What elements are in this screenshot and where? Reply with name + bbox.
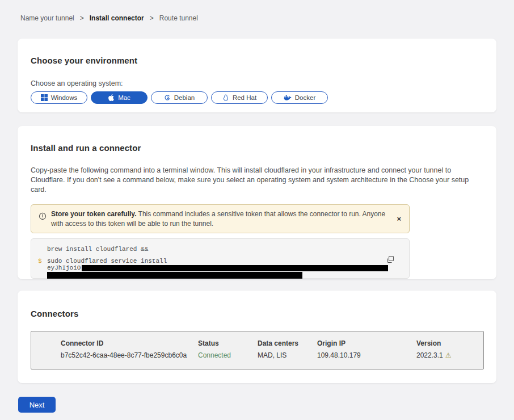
- column-header-connector-id: Connector ID: [61, 339, 198, 347]
- column-header-version: Version: [416, 339, 483, 347]
- token-prefix: eyJhIjoiO: [47, 265, 81, 271]
- os-select-label: Choose an operating system:: [31, 79, 483, 87]
- column-header-data-centers: Data centers: [258, 339, 317, 347]
- breadcrumb-separator: >: [80, 14, 84, 22]
- data-centers-value: MAD, LIS: [258, 351, 317, 359]
- install-connector-card: Install and run a connector Copy-paste t…: [18, 126, 496, 279]
- docker-whale-icon: [284, 94, 292, 101]
- version-value: 2022.3.1: [416, 351, 443, 359]
- breadcrumb-step-name-your-tunnel[interactable]: Name your tunnel: [20, 14, 74, 22]
- connectors-card: Connectors Connector ID Status Data cent…: [18, 291, 496, 383]
- next-button[interactable]: Next: [18, 397, 56, 413]
- status-badge: Connected: [198, 351, 258, 359]
- table-row: b7c52c42-6caa-48ee-8c77-fbe259cb6c0a Con…: [61, 351, 483, 359]
- debian-logo-icon: [164, 94, 171, 101]
- close-icon[interactable]: ×: [395, 215, 402, 222]
- warning-text: Store your token carefully. This command…: [51, 209, 391, 228]
- os-button-redhat[interactable]: Red Hat: [211, 91, 268, 104]
- connector-id-value: b7c52c42-6caa-48ee-8c77-fbe259cb6c0a: [61, 351, 198, 359]
- shell-prompt: $: [38, 258, 47, 279]
- os-button-group: Windows Mac Debian Red Hat Docker: [31, 91, 483, 104]
- token-line: eyJhIjoiO: [47, 265, 400, 271]
- connectors-card-title: Connectors: [31, 309, 483, 318]
- breadcrumb-separator: >: [150, 14, 154, 22]
- column-header-status: Status: [198, 339, 258, 347]
- choose-environment-card: Choose your environment Choose an operat…: [18, 39, 496, 112]
- token-redaction-bar-2: [47, 272, 302, 279]
- windows-logo-icon: [41, 94, 48, 101]
- os-button-debian[interactable]: Debian: [151, 91, 208, 104]
- os-button-label: Mac: [118, 94, 130, 101]
- code-line-brew: brew install cloudflared &&: [38, 246, 400, 253]
- os-button-label: Red Hat: [233, 94, 256, 101]
- apple-logo-icon: [108, 94, 115, 101]
- breadcrumb-step-install-connector[interactable]: Install connector: [90, 14, 144, 22]
- warning-title: Store your token carefully.: [51, 210, 137, 218]
- token-redaction-bar-1: [82, 265, 388, 271]
- os-button-label: Debian: [174, 94, 195, 101]
- install-card-title: Install and run a connector: [31, 143, 483, 153]
- version-warning-icon: ⚠: [445, 351, 452, 359]
- connectors-table: Connector ID Status Data centers Origin …: [31, 331, 484, 369]
- code-line-sudo: sudo cloudflared service install: [47, 258, 400, 265]
- copy-icon[interactable]: [385, 254, 395, 266]
- breadcrumb-step-route-tunnel[interactable]: Route tunnel: [159, 14, 198, 22]
- os-button-docker[interactable]: Docker: [271, 91, 328, 104]
- os-button-label: Windows: [51, 94, 78, 101]
- token-warning-banner: Store your token carefully. This command…: [31, 204, 410, 233]
- os-button-label: Docker: [295, 94, 315, 101]
- connectors-table-header: Connector ID Status Data centers Origin …: [61, 339, 483, 347]
- install-card-description: Copy-paste the following command into a …: [31, 166, 483, 195]
- info-circle-icon: [39, 212, 47, 228]
- version-cell: 2022.3.1 ⚠: [416, 351, 483, 359]
- os-button-windows[interactable]: Windows: [31, 91, 87, 104]
- code-command-row: $ sudo cloudflared service install eyJhI…: [38, 258, 400, 279]
- install-command-codeblock: brew install cloudflared && $ sudo cloud…: [31, 238, 410, 279]
- redhat-tux-icon: [222, 94, 229, 101]
- environment-card-title: Choose your environment: [31, 56, 483, 65]
- origin-ip-value: 109.48.10.179: [317, 351, 416, 359]
- code-command-body: sudo cloudflared service install eyJhIjo…: [47, 258, 400, 279]
- os-button-mac[interactable]: Mac: [91, 91, 148, 104]
- breadcrumb: Name your tunnel > Install connector > R…: [0, 0, 514, 22]
- column-header-origin-ip: Origin IP: [317, 339, 416, 347]
